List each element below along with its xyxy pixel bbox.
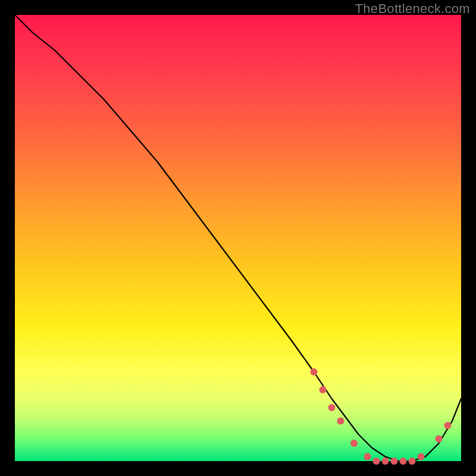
curve-marker-dot bbox=[373, 458, 380, 465]
curve-marker-dot bbox=[337, 418, 345, 425]
curve-marker-dot bbox=[418, 453, 425, 461]
bottleneck-curve bbox=[15, 15, 461, 461]
gradient-plot-area bbox=[15, 15, 461, 461]
curve-marker-dot bbox=[311, 368, 318, 375]
chart-svg bbox=[15, 15, 461, 461]
curve-marker-dot bbox=[409, 458, 416, 465]
curve-marker-dot bbox=[364, 453, 371, 461]
curve-marker-dot bbox=[328, 404, 336, 411]
curve-marker-dot bbox=[350, 440, 358, 447]
curve-marker-dot bbox=[436, 436, 443, 443]
curve-marker-dot bbox=[382, 458, 389, 465]
curve-marker-dot bbox=[391, 458, 398, 465]
curve-marker-dot bbox=[320, 386, 327, 393]
watermark-text: TheBottleneck.com bbox=[355, 1, 470, 17]
curve-marker-dots bbox=[311, 368, 452, 465]
curve-marker-dot bbox=[400, 458, 407, 465]
chart-stage: TheBottleneck.com bbox=[0, 0, 476, 476]
curve-marker-dot bbox=[444, 422, 452, 429]
